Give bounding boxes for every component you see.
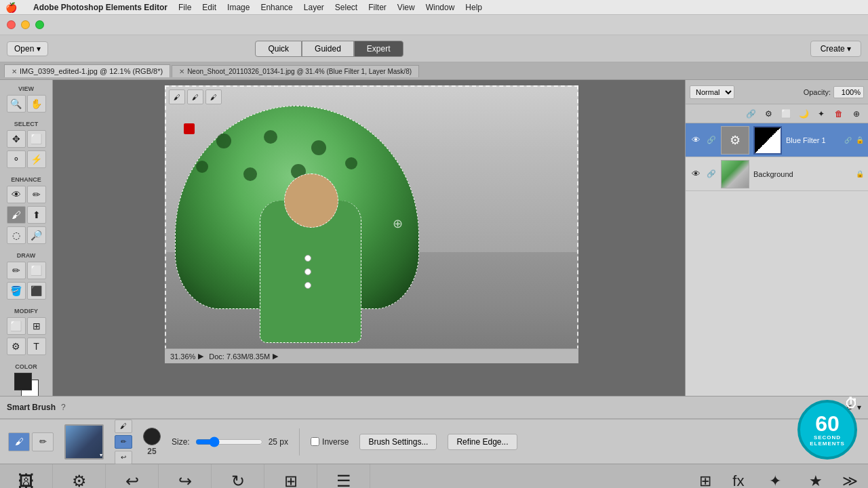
open-button[interactable]: Open ▾ <box>7 41 48 56</box>
apple-menu[interactable]: 🍎 <box>5 2 17 13</box>
canvas-image: ⊕ <box>165 85 578 363</box>
redo-tool[interactable]: ↪ Redo <box>159 464 212 488</box>
shape-tool[interactable]: ⬛ <box>27 282 46 300</box>
sharpen-tool[interactable]: 🔎 <box>27 226 46 244</box>
layer-delete-btn[interactable]: 🗑 <box>831 107 846 121</box>
favorites-bottom-btn[interactable]: ★ Favorites <box>801 472 831 489</box>
more-bottom-btn[interactable]: ≫ More <box>842 472 859 489</box>
color-label: COLOR <box>15 363 37 370</box>
blend-mode-select[interactable]: Normal <box>690 85 734 99</box>
tab-img0399[interactable]: ✕ IMG_0399_edited-1.jpg @ 12.1% (RGB/8*) <box>4 64 170 77</box>
layers-bottom-btn[interactable]: ⊞ Layers <box>694 472 717 489</box>
photo-bin-tool[interactable]: 🖼 Photo Bin <box>0 464 53 488</box>
opacity-input[interactable] <box>833 86 864 98</box>
refine-edge-button[interactable]: Refine Edge... <box>448 434 517 450</box>
tab-close-2[interactable]: ✕ <box>179 68 184 75</box>
eye-tool[interactable]: 👁 <box>7 186 26 203</box>
layout-tool[interactable]: ⊞ Layout <box>264 464 317 488</box>
mode-quick[interactable]: Quick <box>255 41 302 57</box>
brush-tool[interactable]: ✏ <box>7 262 26 279</box>
maximize-button[interactable] <box>35 20 44 29</box>
close-button[interactable] <box>7 20 16 29</box>
sixty-second-badge[interactable]: ⏱ 60 SECOND ELEMENTS <box>797 400 865 468</box>
organizer-tool[interactable]: ☰ Organizer <box>317 464 370 488</box>
layer-link-btn[interactable]: 🔗 <box>743 107 758 121</box>
menu-select[interactable]: Select <box>335 3 357 12</box>
size-slider[interactable] <box>195 436 263 447</box>
layer-2-visibility[interactable]: 👁 <box>690 168 702 180</box>
healing-tool[interactable]: ✏ <box>27 186 46 203</box>
menu-help[interactable]: Help <box>465 3 482 12</box>
smart-brush-btn[interactable]: 🖌 <box>8 432 30 451</box>
layer-row-background[interactable]: 👁 🔗 Background 🔒 <box>686 157 868 191</box>
menu-image[interactable]: Image <box>227 3 250 12</box>
layer-mask-btn[interactable]: ⬜ <box>778 107 793 121</box>
tab-bar: ✕ IMG_0399_edited-1.jpg @ 12.1% (RGB/8*)… <box>0 62 868 80</box>
canvas-tool-2[interactable]: 🖌 <box>187 89 203 104</box>
undo-tool[interactable]: ↩ Undo <box>106 464 159 488</box>
layer-row-blue-filter[interactable]: 👁 🔗 ⚙ Blue Filter 1 🔗 🔒 <box>686 123 868 157</box>
menu-edit[interactable]: Edit <box>202 3 216 12</box>
rotate-tool[interactable]: ↻ Rotate <box>212 464 264 488</box>
canvas-tool-1[interactable]: 🖌 <box>169 89 185 104</box>
magic-wand-tool[interactable]: ⚡ <box>27 150 46 168</box>
layer-filter-btn[interactable]: ⚙ <box>761 107 776 121</box>
menu-enhance[interactable]: Enhance <box>260 3 292 12</box>
create-button[interactable]: Create ▾ <box>810 41 861 57</box>
menu-view[interactable]: View <box>397 3 415 12</box>
color-swatches[interactable] <box>14 373 39 396</box>
foreground-color-swatch[interactable] <box>14 373 32 390</box>
menu-file[interactable]: File <box>178 3 191 12</box>
child-figure <box>260 201 361 343</box>
effects-bottom-btn[interactable]: fx Effects <box>727 472 749 489</box>
menu-window[interactable]: Window <box>426 3 455 12</box>
canvas-tool-3[interactable]: 🖌 <box>205 89 222 104</box>
blur-tool[interactable]: ◌ <box>7 226 26 244</box>
layer-1-visibility[interactable]: 👁 <box>690 134 702 146</box>
move-tool[interactable]: ✥ <box>7 130 26 148</box>
doc-arrow[interactable]: ▶ <box>273 352 278 361</box>
tab-neon-shoot[interactable]: ✕ Neon_Shoot_20110326_0134-1.jpg @ 31.4%… <box>172 65 419 77</box>
layer-1-lock[interactable]: 🔗 <box>706 135 717 146</box>
paint-bucket-tool[interactable]: 🪣 <box>7 282 26 300</box>
canvas[interactable]: ⊕ 🖌 🖌 🖌 <box>165 85 578 363</box>
minimize-button[interactable] <box>21 20 30 29</box>
mode-expert[interactable]: Expert <box>354 41 403 57</box>
inverse-label: Inverse <box>322 437 349 447</box>
filter-preview[interactable]: ▾ <box>64 424 104 460</box>
hand-tool[interactable]: ✋ <box>27 95 46 113</box>
clone-tool[interactable]: ⬆ <box>27 206 46 224</box>
undo-icon: ↩ <box>125 472 139 489</box>
straighten-tool[interactable]: ⚙ <box>7 338 26 355</box>
brush-sub-3[interactable]: ↩ <box>115 451 132 464</box>
tab-close-1[interactable]: ✕ <box>12 68 17 75</box>
eraser-tool[interactable]: ⬜ <box>27 262 46 279</box>
menu-filter[interactable]: Filter <box>368 3 387 12</box>
recompose-tool[interactable]: ⊞ <box>27 317 46 335</box>
menu-layer[interactable]: Layer <box>304 3 324 12</box>
tab-label-2: Neon_Shoot_20110326_0134-1.jpg @ 31.4% (… <box>187 68 412 75</box>
lasso-tool[interactable]: ⚬ <box>7 150 26 168</box>
detail-smart-brush-btn[interactable]: ✏ <box>32 432 54 451</box>
layer-adj-btn[interactable]: 🌙 <box>796 107 811 121</box>
brush-sub-1[interactable]: 🖌 <box>115 420 132 433</box>
layer-style-btn[interactable]: ✦ <box>814 107 829 121</box>
create-arrow: ▾ <box>847 44 851 54</box>
canvas-triangle[interactable]: ▶ <box>198 352 203 361</box>
zoom-tool[interactable]: 🔍 <box>7 95 26 113</box>
brush-sub-2[interactable]: ✏ <box>115 435 132 449</box>
help-icon[interactable]: ? <box>61 403 66 412</box>
layer-2-lock[interactable]: 🔗 <box>706 169 717 180</box>
type-tool[interactable]: T <box>27 338 46 355</box>
brush-settings-button[interactable]: Brush Settings... <box>359 434 437 450</box>
tool-options-tool[interactable]: ⚙ Tool Options <box>53 464 106 488</box>
mode-guided[interactable]: Guided <box>302 41 354 57</box>
layer-new-btn[interactable]: ⊕ <box>849 107 864 121</box>
smart-brush-tool[interactable]: 🖌 <box>7 206 26 224</box>
marquee-tool[interactable]: ⬜ <box>27 130 46 148</box>
inverse-checkbox[interactable] <box>311 437 319 446</box>
crop-tool[interactable]: ⬜ <box>7 317 26 335</box>
size-value: 25 px <box>269 437 288 447</box>
graphics-bottom-btn[interactable]: ✦ Graphics <box>760 472 790 489</box>
brush-circle[interactable] <box>143 428 161 445</box>
